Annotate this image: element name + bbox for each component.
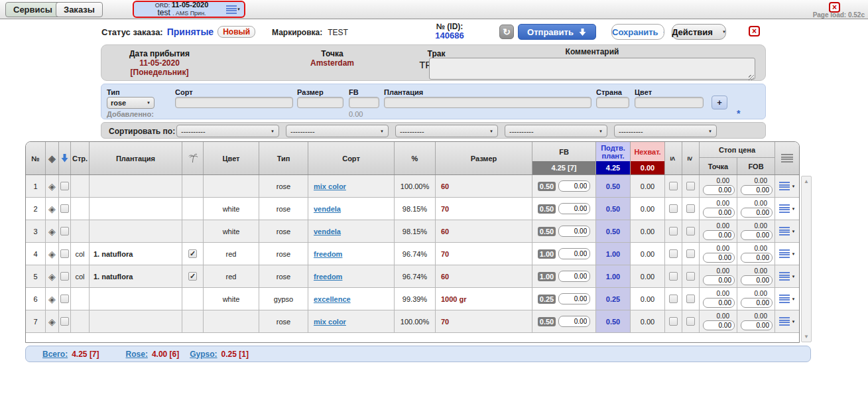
arrival-date-block: Дата прибытия 11-05-2020 [Понедельник]: [108, 49, 211, 77]
stop-fob-input[interactable]: [741, 185, 773, 195]
diamond-icon[interactable]: ◈: [48, 204, 56, 214]
send-button[interactable]: Отправить: [518, 24, 596, 40]
stop-fob-input[interactable]: [741, 275, 773, 285]
le-checkbox[interactable]: [669, 317, 678, 326]
row-checkbox[interactable]: [60, 182, 69, 190]
ge-checkbox[interactable]: [686, 204, 695, 213]
gypso-link[interactable]: Gypso:: [190, 350, 217, 359]
stop-fob-input[interactable]: [741, 298, 773, 308]
refresh-button[interactable]: ↻: [499, 25, 514, 39]
comment-textarea[interactable]: [429, 58, 755, 80]
le-checkbox[interactable]: [669, 249, 678, 258]
add-button[interactable]: +: [712, 96, 727, 109]
sort-link[interactable]: vendela: [314, 228, 341, 235]
fb-input[interactable]: [558, 226, 590, 237]
sort-select-4[interactable]: ----------▼: [505, 125, 607, 137]
stop-point-input[interactable]: [703, 253, 735, 263]
row-menu-button[interactable]: ▼: [775, 198, 799, 220]
sort-select-2[interactable]: ----------▼: [286, 125, 389, 137]
ge-checkbox[interactable]: [686, 249, 695, 258]
sort-link[interactable]: freedom: [314, 273, 342, 281]
row-menu-button[interactable]: ▼: [775, 243, 799, 265]
type-select[interactable]: rose▼: [107, 97, 155, 109]
diamond-icon[interactable]: ◈: [48, 272, 56, 281]
row-checkbox[interactable]: [60, 295, 69, 303]
fb-filter-input[interactable]: [349, 97, 379, 108]
sort-link[interactable]: vendela: [314, 205, 341, 213]
table-scrollbar[interactable]: ▲ ▼: [801, 176, 812, 342]
stop-fob-input[interactable]: [741, 253, 773, 263]
size-cell: 60: [436, 175, 532, 197]
save-button[interactable]: Сохранить: [611, 24, 664, 40]
le-cell: [665, 243, 682, 265]
sort-link[interactable]: excellence: [314, 295, 351, 303]
close-order-button[interactable]: ×: [749, 26, 760, 36]
stop-point-input[interactable]: [703, 208, 735, 218]
sort-link[interactable]: mix color: [314, 318, 346, 326]
color-input[interactable]: [635, 97, 704, 108]
stop-point-input[interactable]: [703, 275, 735, 285]
ge-checkbox[interactable]: [686, 227, 695, 235]
le-checkbox[interactable]: [669, 295, 678, 303]
sort-select-1[interactable]: ----------▼: [176, 125, 279, 137]
total-link[interactable]: Всего:: [42, 350, 68, 359]
diamond-icon[interactable]: ◈: [48, 317, 56, 326]
row-checkbox[interactable]: [60, 317, 69, 326]
diamond-icon[interactable]: ◈: [48, 182, 56, 191]
palm-checkbox[interactable]: [188, 249, 197, 258]
stop-point-input[interactable]: [703, 230, 735, 240]
stop-point-input[interactable]: [703, 185, 735, 195]
stop-fob-input[interactable]: [741, 208, 773, 218]
stop-point-input[interactable]: [703, 320, 735, 330]
le-checkbox[interactable]: [669, 204, 678, 213]
orders-button[interactable]: Заказы: [56, 2, 103, 17]
diamond-icon[interactable]: ◈: [48, 227, 56, 236]
le-checkbox[interactable]: [669, 227, 678, 235]
row-menu-button[interactable]: ▼: [775, 220, 799, 242]
le-checkbox[interactable]: [669, 272, 678, 281]
row-checkbox[interactable]: [60, 204, 69, 213]
sort-cell: excellence: [308, 288, 395, 310]
size-input[interactable]: [297, 97, 343, 108]
diamond-icon[interactable]: ◈: [48, 295, 56, 304]
resize-handle-icon[interactable]: [749, 75, 754, 80]
ge-checkbox[interactable]: [686, 317, 695, 326]
row-menu-button[interactable]: ▼: [775, 175, 799, 197]
row-checkbox[interactable]: [60, 272, 69, 281]
row-menu-button[interactable]: ▼: [775, 310, 799, 332]
sort-link[interactable]: freedom: [314, 250, 342, 258]
fb-input[interactable]: [558, 271, 590, 282]
header-menu-button[interactable]: [775, 142, 799, 174]
scroll-down-icon[interactable]: ▼: [802, 334, 811, 340]
stop-point-input[interactable]: [703, 298, 735, 308]
palm-checkbox[interactable]: [188, 272, 197, 281]
sort-select-3[interactable]: ----------▼: [395, 125, 498, 137]
stop-fob-input[interactable]: [741, 320, 773, 330]
order-selector[interactable]: ORD: 11-05-2020 test . AMS Прин. ▼: [133, 1, 245, 18]
ge-checkbox[interactable]: [686, 295, 695, 303]
status-label: Статус заказа:: [101, 27, 163, 37]
ge-checkbox[interactable]: [686, 272, 695, 281]
ge-checkbox[interactable]: [686, 182, 695, 190]
plantation-input[interactable]: [384, 97, 591, 108]
row-checkbox[interactable]: [60, 249, 69, 258]
le-checkbox[interactable]: [669, 182, 678, 190]
fb-input[interactable]: [558, 293, 590, 304]
fb-input[interactable]: [558, 248, 590, 259]
fb-input[interactable]: [558, 316, 590, 327]
scroll-up-icon[interactable]: ▲: [802, 178, 811, 184]
row-menu-button[interactable]: ▼: [775, 288, 799, 310]
row-menu-button[interactable]: ▼: [775, 265, 799, 287]
sort-link[interactable]: mix color: [314, 182, 346, 190]
fb-input[interactable]: [558, 180, 590, 192]
stop-fob-input[interactable]: [741, 230, 773, 240]
actions-button[interactable]: Действия ▼: [672, 24, 726, 40]
fb-input[interactable]: [558, 203, 590, 214]
rose-link[interactable]: Rose:: [126, 350, 148, 359]
services-button[interactable]: Сервисы: [5, 2, 60, 17]
country-input[interactable]: [596, 97, 629, 108]
diamond-icon[interactable]: ◈: [48, 249, 56, 259]
sort-select-5[interactable]: ----------▼: [614, 125, 717, 137]
row-checkbox[interactable]: [60, 227, 69, 235]
sort-input[interactable]: [175, 97, 293, 108]
